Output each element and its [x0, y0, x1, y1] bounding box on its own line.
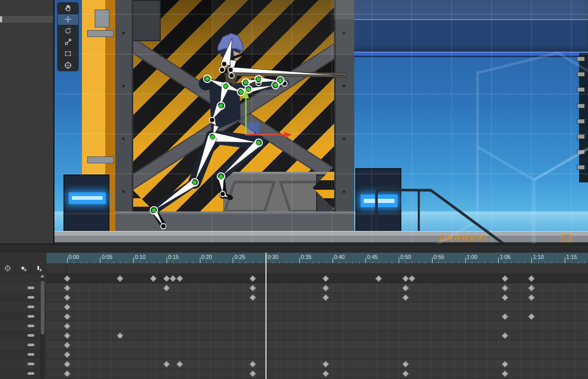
joint-selected[interactable] — [278, 78, 283, 83]
vertical-scrollbar[interactable] — [40, 274, 44, 378]
ruler-tick — [126, 262, 127, 263]
track-list-row[interactable] — [0, 321, 47, 330]
joint-selected[interactable] — [256, 77, 261, 82]
bone[interactable] — [154, 179, 197, 210]
ruler-tick — [525, 262, 525, 263]
ruler-tick — [485, 262, 485, 263]
ruler-tick — [326, 262, 326, 263]
scrollbar-up-arrow[interactable] — [40, 274, 44, 278]
track-value-pill — [27, 344, 34, 346]
ruler-tick — [167, 257, 167, 263]
playhead[interactable] — [265, 253, 267, 379]
ruler-tick — [365, 257, 366, 263]
track-list-row[interactable] — [0, 302, 47, 311]
ruler-tick — [206, 262, 207, 263]
joint-unselected[interactable] — [228, 67, 233, 72]
track-list-row[interactable] — [0, 359, 47, 368]
ruler-tick — [578, 262, 578, 263]
track-list-row[interactable] — [0, 340, 47, 349]
dopesheet-track-row[interactable] — [47, 302, 588, 312]
joint-selected[interactable] — [192, 180, 197, 185]
ruler-tick — [419, 262, 419, 263]
ruler-tick — [173, 262, 173, 263]
scene-tools-overlay — [58, 3, 78, 71]
ruler-tick — [299, 257, 300, 263]
track-value-pill — [27, 363, 34, 365]
target-icon — [4, 264, 12, 272]
hierarchy-panel[interactable] — [0, 0, 53, 244]
ruler-tick — [505, 262, 506, 263]
ruler-label: 0:20 — [201, 254, 212, 260]
joint-selected[interactable] — [246, 87, 251, 92]
tool-hand-button[interactable] — [58, 3, 78, 14]
joint-selected[interactable] — [205, 77, 210, 81]
joint-selected[interactable] — [256, 141, 261, 145]
joint-selected[interactable] — [219, 174, 224, 179]
ruler-tick — [313, 262, 313, 263]
timeline-buttons — [0, 264, 47, 273]
dopesheet-track-row[interactable] — [47, 340, 588, 350]
track-list-row[interactable] — [0, 349, 47, 359]
track-list-row[interactable] — [0, 311, 47, 321]
add-event-button[interactable] — [31, 264, 47, 273]
ruler-tick — [74, 262, 74, 263]
tool-scale-button[interactable] — [58, 37, 78, 49]
record-button[interactable] — [0, 264, 15, 273]
ruler-tick — [518, 262, 519, 263]
track-list-row[interactable] — [0, 292, 47, 302]
ruler-label: 1:00 — [467, 254, 477, 260]
add-keyframe-button[interactable] — [15, 264, 31, 273]
ruler-tick — [492, 262, 492, 263]
joint-selected[interactable] — [152, 208, 157, 213]
gizmo-xy-plane-handle[interactable] — [247, 123, 259, 134]
ruler-tick — [584, 262, 585, 263]
joint-selected[interactable] — [224, 84, 228, 89]
move-icon — [64, 15, 72, 23]
hexagon-wall-pattern — [420, 53, 588, 244]
joint-unselected[interactable] — [219, 67, 225, 72]
scrollbar-thumb[interactable] — [41, 281, 44, 335]
tool-move-button[interactable] — [58, 14, 78, 26]
track-value-pill — [27, 353, 34, 356]
ruler-tick — [306, 262, 306, 263]
ruler-tick — [385, 262, 386, 263]
timeline-ruler[interactable]: 0:000:050:100:150:200:250:300:350:400:45… — [47, 253, 588, 264]
ruler-tick — [392, 262, 392, 263]
dopesheet-track-row[interactable] — [47, 321, 588, 331]
scene-view[interactable]: DANGER! — [53, 0, 588, 244]
joint-selected[interactable] — [239, 90, 244, 95]
joint-selected[interactable] — [273, 83, 278, 88]
ruler-tick — [253, 262, 253, 263]
track-value-pill — [27, 296, 34, 299]
tool-rotate-button[interactable] — [58, 25, 78, 37]
ruler-tick — [333, 257, 333, 263]
scene-canvas[interactable] — [54, 0, 588, 244]
track-list-row[interactable] — [0, 368, 47, 378]
joint-selected[interactable] — [219, 104, 224, 108]
transform-icon — [64, 61, 72, 69]
track-value-pill — [27, 315, 34, 318]
move-gizmo[interactable] — [243, 90, 292, 138]
dopesheet-area[interactable] — [47, 264, 588, 379]
tool-transform-button[interactable] — [58, 60, 78, 71]
joint-selected[interactable] — [210, 135, 215, 140]
joint-unselected[interactable] — [222, 61, 227, 67]
track-list-row[interactable] — [0, 283, 47, 292]
dopesheet-track-row[interactable] — [47, 350, 588, 359]
ruler-label: 0:30 — [268, 254, 278, 260]
tool-rect-button[interactable] — [58, 48, 78, 60]
timeline-left-column — [0, 253, 47, 379]
joint-unselected[interactable] — [209, 117, 215, 123]
ruler-tick — [438, 262, 439, 263]
joint-selected[interactable] — [244, 80, 249, 85]
ruler-tick — [359, 262, 360, 263]
ruler-tick — [246, 262, 246, 263]
ruler-label: 0:25 — [234, 254, 245, 260]
joint-unselected[interactable] — [229, 73, 234, 78]
joint-unselected[interactable] — [220, 191, 225, 197]
track-list-row[interactable] — [0, 330, 47, 340]
joint-unselected[interactable] — [161, 224, 166, 229]
ruler-tick — [412, 262, 412, 263]
hierarchy-selected-row[interactable] — [0, 16, 53, 23]
ruler-tick — [319, 262, 319, 263]
